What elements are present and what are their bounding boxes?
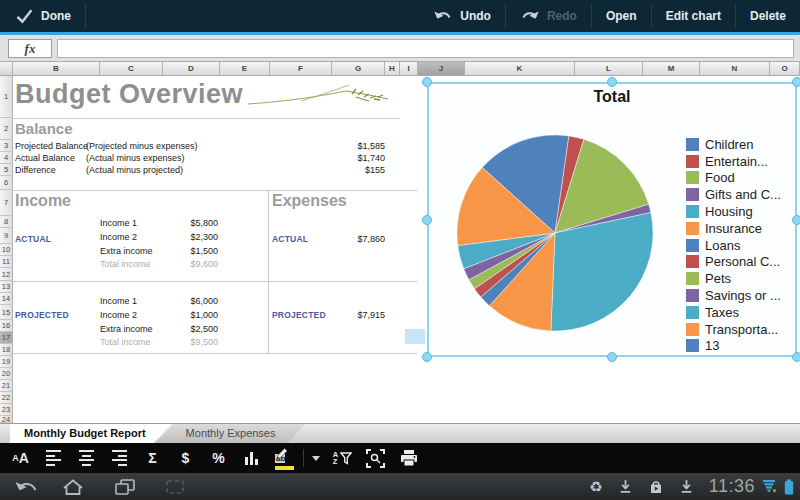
column-header-E[interactable]: E xyxy=(220,62,270,76)
selection-handle[interactable] xyxy=(607,77,617,87)
formula-input[interactable] xyxy=(57,39,794,58)
edit-chart-label: Edit chart xyxy=(666,9,721,23)
highlight-color-button[interactable]: ab xyxy=(268,443,301,473)
open-button[interactable]: Open xyxy=(592,0,651,32)
expenses-projected-label: PROJECTED xyxy=(272,310,326,320)
chevron-down-icon xyxy=(312,456,320,461)
cell-value: $6,000 xyxy=(140,296,218,306)
column-header-J[interactable]: J xyxy=(418,62,465,76)
legend-item: Insurance xyxy=(686,220,781,237)
row-header-16[interactable]: 16 xyxy=(0,320,13,332)
column-header-N[interactable]: N xyxy=(700,62,770,76)
row-header-11[interactable]: 11 xyxy=(0,256,13,268)
play-store-status-icon xyxy=(648,479,664,495)
edit-chart-button[interactable]: Edit chart xyxy=(652,0,735,32)
legend-swatch xyxy=(686,171,699,184)
row-header-4[interactable]: 4 xyxy=(0,152,13,164)
selection-handle[interactable] xyxy=(422,77,432,87)
redo-label: Redo xyxy=(547,9,577,23)
column-header-F[interactable]: F xyxy=(270,62,332,76)
selection-handle[interactable] xyxy=(422,352,432,362)
selection-handle[interactable] xyxy=(792,352,800,362)
row-header-20[interactable]: 20 xyxy=(0,368,13,380)
column-header-B[interactable]: B xyxy=(13,62,100,76)
column-header-L[interactable]: L xyxy=(575,62,643,76)
row-header-13[interactable]: 13 xyxy=(0,281,13,293)
recent-apps-button[interactable] xyxy=(108,473,142,500)
selection-handle[interactable] xyxy=(792,77,800,87)
sum-button[interactable]: Σ xyxy=(136,443,169,473)
percent-button[interactable]: % xyxy=(202,443,235,473)
cell-value: $7,860 xyxy=(330,234,385,244)
row-header-19[interactable]: 19 xyxy=(0,356,13,368)
legend-item: Taxes xyxy=(686,304,781,321)
row-header-6[interactable]: 6 xyxy=(0,176,13,190)
screenshot-button[interactable] xyxy=(158,473,192,500)
redo-button[interactable]: Redo xyxy=(506,0,591,32)
back-button[interactable] xyxy=(10,473,44,500)
column-header-O[interactable]: O xyxy=(770,62,800,76)
column-header-I[interactable]: I xyxy=(400,62,418,76)
sheet-tab-active[interactable]: Monthly Budget Report xyxy=(10,424,172,443)
row-header-22[interactable]: 22 xyxy=(0,392,13,404)
row-header-12[interactable]: 12 xyxy=(0,268,13,281)
row-header-5[interactable]: 5 xyxy=(0,164,13,176)
row-header-21[interactable]: 21 xyxy=(0,380,13,392)
column-header-C[interactable]: C xyxy=(100,62,163,76)
legend-label: Taxes xyxy=(705,305,739,320)
legend-item: Food xyxy=(686,170,781,187)
align-right-button[interactable] xyxy=(103,443,136,473)
row-header-15[interactable]: 15 xyxy=(0,305,13,320)
legend-label: Gifts and C... xyxy=(705,187,781,202)
cell-value: $155 xyxy=(300,165,385,175)
row-header-18[interactable]: 18 xyxy=(0,344,13,356)
legend-swatch xyxy=(686,255,699,268)
row-header-24[interactable]: 24 xyxy=(0,416,13,423)
printer-icon xyxy=(399,449,419,467)
delete-button[interactable]: Delete xyxy=(736,0,800,32)
grid-corner[interactable] xyxy=(0,62,13,76)
done-button[interactable]: Done xyxy=(0,0,85,32)
selection-handle[interactable] xyxy=(422,215,432,225)
align-left-button[interactable] xyxy=(37,443,70,473)
column-header-H[interactable]: H xyxy=(385,62,400,76)
row-header-1[interactable]: 1 xyxy=(0,76,13,118)
sheet-tab-inactive[interactable]: Monthly Expenses xyxy=(156,424,306,443)
spreadsheet-grid[interactable]: 123456789101112131415161718192021222324 … xyxy=(0,76,800,423)
download-status-icon xyxy=(618,479,633,494)
legend-label: 13 xyxy=(705,338,719,353)
zoom-select-button[interactable] xyxy=(359,443,392,473)
row-header-7[interactable]: 7 xyxy=(0,190,13,216)
legend-item: Pets xyxy=(686,270,781,287)
font-size-button[interactable]: AA xyxy=(4,443,37,473)
row-header-8[interactable]: 8 xyxy=(0,216,13,228)
row-header-3[interactable]: 3 xyxy=(0,140,13,152)
currency-button[interactable]: $ xyxy=(169,443,202,473)
insert-chart-button[interactable] xyxy=(235,443,268,473)
column-header-K[interactable]: K xyxy=(465,62,575,76)
highlight-dropdown-button[interactable] xyxy=(306,443,326,473)
redo-icon xyxy=(520,9,540,23)
selection-handle[interactable] xyxy=(792,215,800,225)
sort-filter-icon: AZ xyxy=(333,451,352,465)
column-header-D[interactable]: D xyxy=(163,62,220,76)
sort-filter-button[interactable]: AZ xyxy=(326,443,359,473)
expenses-actual-label: ACTUAL xyxy=(272,234,308,244)
legend-item: Transporta... xyxy=(686,321,781,338)
row-header-14[interactable]: 14 xyxy=(0,293,13,305)
row-header-17[interactable]: 17 xyxy=(0,332,13,344)
home-button[interactable] xyxy=(56,473,90,500)
column-header-G[interactable]: G xyxy=(332,62,385,76)
appbar-separator xyxy=(85,4,86,28)
download-status-icon xyxy=(679,479,694,494)
print-button[interactable] xyxy=(392,443,425,473)
chart-object[interactable]: Total ChildrenEntertain...FoodGifts and … xyxy=(427,82,797,357)
column-header-M[interactable]: M xyxy=(643,62,700,76)
row-header-10[interactable]: 10 xyxy=(0,244,13,256)
row-header-9[interactable]: 9 xyxy=(0,228,13,244)
undo-button[interactable]: Undo xyxy=(419,0,505,32)
check-icon xyxy=(14,7,34,25)
selection-handle[interactable] xyxy=(607,352,617,362)
align-center-button[interactable] xyxy=(70,443,103,473)
row-header-2[interactable]: 2 xyxy=(0,118,13,140)
